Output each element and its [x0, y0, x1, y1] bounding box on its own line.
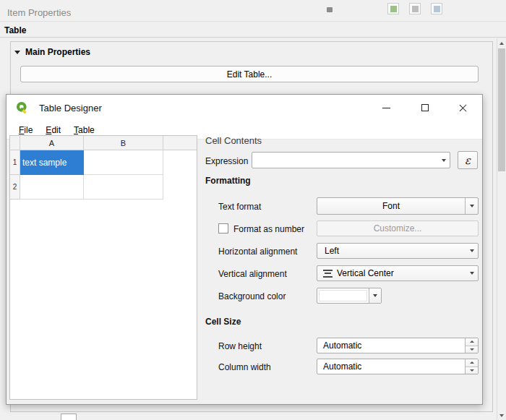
expression-combobox[interactable]	[252, 152, 450, 168]
divider	[0, 21, 506, 22]
column-width-decrement-button[interactable]	[466, 367, 478, 374]
toolbar-icon[interactable]	[387, 3, 399, 14]
spin-up-icon	[470, 340, 474, 343]
main-properties-group-header[interactable]: Main Properties	[14, 46, 90, 58]
toolbar-icon[interactable]	[431, 3, 442, 14]
vertical-alignment-combobox[interactable]: Vertical Center	[317, 265, 479, 281]
cell-size-heading: Cell Size	[205, 317, 241, 327]
section-title: Table	[4, 25, 26, 35]
font-button[interactable]: Font	[317, 197, 479, 215]
column-width-value: Automatic	[317, 359, 465, 374]
cell-a2[interactable]	[20, 175, 84, 200]
vertical-alignment-value: Vertical Center	[337, 268, 466, 278]
dialog-title: Table Designer	[39, 103, 102, 113]
customize-button[interactable]: Customize...	[317, 220, 479, 236]
close-icon	[459, 104, 467, 112]
minimize-icon	[382, 108, 390, 108]
qgis-logo-icon	[15, 100, 30, 115]
corner-header[interactable]	[10, 136, 20, 150]
row-height-label: Row height	[218, 341, 262, 351]
cell-b1[interactable]	[84, 150, 163, 175]
text-format-label: Text format	[218, 202, 261, 212]
scrollbar-thumb[interactable]	[498, 48, 505, 171]
horizontal-alignment-combobox[interactable]: Left	[317, 243, 479, 259]
background-color-button[interactable]	[317, 288, 382, 304]
font-dropdown-arrow[interactable]	[465, 198, 478, 214]
formatting-heading: Formatting	[205, 176, 251, 186]
edit-table-button[interactable]: Edit Table...	[20, 66, 479, 82]
row-height-decrement-button[interactable]	[466, 346, 478, 353]
maximize-icon	[421, 104, 429, 111]
scroll-down-icon	[499, 414, 504, 417]
toolbar-icon[interactable]	[327, 7, 333, 12]
dropdown-arrow-icon	[438, 159, 450, 162]
cell-a1[interactable]: text sample	[20, 150, 84, 175]
toolbar-icon-glyph	[390, 6, 397, 12]
column-width-increment-button[interactable]	[466, 359, 478, 367]
row-height-value: Automatic	[317, 338, 465, 353]
scroll-down-button[interactable]	[497, 411, 506, 420]
main-properties-label: Main Properties	[25, 47, 90, 57]
maximize-button[interactable]	[406, 95, 444, 121]
column-width-spinbox[interactable]: Automatic	[317, 359, 479, 374]
close-button[interactable]	[444, 95, 482, 121]
background-color-label: Background color	[218, 291, 286, 301]
column-header-a[interactable]: A	[20, 136, 84, 150]
horizontal-alignment-label: Horizontal alignment	[218, 247, 297, 257]
spin-down-icon	[470, 369, 474, 372]
expression-builder-button[interactable]: ε	[458, 151, 478, 169]
minimize-button[interactable]	[367, 95, 406, 121]
row-height-spinbox[interactable]: Automatic	[317, 338, 479, 353]
vertical-center-icon	[323, 270, 333, 278]
toolbar-icon-glyph	[412, 6, 419, 12]
font-button-label: Font	[317, 198, 465, 214]
format-as-number-checkbox[interactable]	[218, 223, 228, 233]
scroll-up-icon	[499, 42, 504, 45]
expression-label: Expression	[205, 156, 248, 166]
spin-up-icon	[470, 361, 474, 364]
row-height-increment-button[interactable]	[466, 338, 478, 346]
color-swatch	[319, 290, 367, 301]
column-width-label: Column width	[218, 362, 271, 372]
panel-title: Item Properties	[7, 7, 71, 18]
vertical-alignment-label: Vertical alignment	[218, 269, 287, 279]
cell-contents-heading: Cell Contents	[205, 135, 262, 146]
row-header-2[interactable]: 2	[10, 175, 20, 200]
dropdown-arrow-icon	[470, 205, 474, 207]
scroll-up-button[interactable]	[497, 38, 506, 48]
column-header-b[interactable]: B	[84, 136, 163, 150]
color-dropdown-arrow[interactable]	[369, 288, 381, 303]
toolbar-icon-glyph	[434, 6, 440, 12]
divider	[0, 37, 506, 38]
dropdown-arrow-icon	[466, 272, 478, 275]
horizontal-alignment-value: Left	[317, 246, 466, 256]
partial-control	[61, 413, 77, 420]
dropdown-arrow-icon	[373, 294, 377, 297]
header-filler	[163, 136, 197, 150]
toolbar-icon[interactable]	[409, 3, 421, 14]
vertical-scrollbar[interactable]	[497, 38, 506, 420]
dialog-titlebar[interactable]: Table Designer	[7, 95, 482, 121]
spreadsheet: A B 1 2 text sample	[9, 135, 197, 400]
row-header-1[interactable]: 1	[10, 150, 20, 175]
format-as-number-label: Format as number	[233, 224, 304, 234]
spin-down-icon	[470, 348, 474, 351]
collapse-arrow-icon	[14, 51, 20, 54]
cell-b2[interactable]	[84, 175, 163, 200]
table-designer-dialog: Table Designer File Edit Table A B 1 2 t…	[6, 94, 483, 405]
dropdown-arrow-icon	[466, 249, 478, 252]
